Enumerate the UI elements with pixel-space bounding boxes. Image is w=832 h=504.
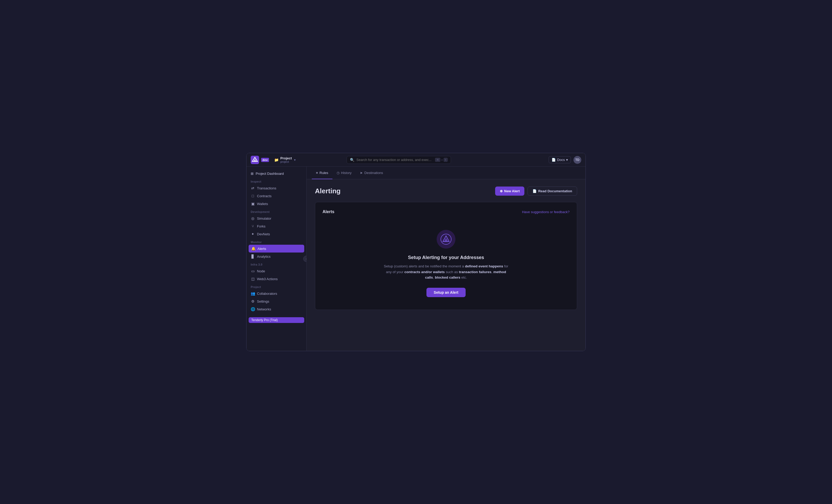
search-bar[interactable]: 🔍 ⌘ + k [346, 156, 451, 164]
project-name: Project [280, 156, 292, 160]
sidebar-item-analytics[interactable]: ▊ Analytics [246, 253, 306, 260]
search-kbd-hint: ⌘ + k [435, 158, 447, 162]
alerts-label: Alerts [258, 247, 266, 251]
settings-icon: ⚙ [251, 299, 255, 303]
search-input[interactable] [357, 158, 433, 162]
sidebar-section-inspect: Inspect [246, 177, 306, 184]
sidebar-item-project-dashboard[interactable]: ⊞ Project Dashboard [246, 170, 306, 177]
analytics-label: Analytics [257, 255, 270, 258]
folder-icon: 📁 [274, 158, 279, 162]
tabs-bar: ≡ Rules ◷ History ➤ Destinations [307, 167, 586, 179]
sidebar-item-wallets[interactable]: ▣ Wallets [246, 200, 306, 208]
chevron-down-icon: ▾ [294, 158, 295, 162]
search-icon: 🔍 [350, 158, 354, 162]
node-icon: ▭ [251, 269, 255, 273]
docs-label: Docs [557, 158, 565, 162]
highlight-defined-event: defined event happens [465, 264, 503, 268]
history-tab-icon: ◷ [337, 171, 339, 175]
kbd-cmd: ⌘ [435, 158, 440, 162]
transactions-icon: ⇄ [251, 186, 255, 190]
alerts-card-header: Alerts Have suggestions or feedback? [322, 209, 570, 214]
highlight-tx-failures: transaction failures [459, 270, 492, 274]
read-docs-button[interactable]: 📄 Read Documentation [527, 187, 577, 196]
tenderly-badge: dev [261, 158, 269, 162]
tab-destinations-label: Destinations [364, 171, 383, 175]
sidebar-item-simulator[interactable]: ◎ Simulator [246, 215, 306, 222]
highlight-contracts-wallets: contracts and/or wallets [405, 270, 445, 274]
new-alert-button[interactable]: ⊕ New Alert [495, 187, 524, 196]
page-content: Alerting ⊕ New Alert 📄 Read Documentatio… [307, 179, 586, 351]
sidebar-item-node[interactable]: ▭ Node [246, 267, 306, 275]
collaborators-icon: 👥 [251, 291, 255, 296]
sidebar-item-forks[interactable]: ⑂ Forks [246, 222, 306, 230]
project-sub: project [280, 160, 292, 163]
header-buttons: ⊕ New Alert 📄 Read Documentation [495, 187, 577, 196]
app-window: dev 📁 Project project ▾ 🔍 ⌘ + k 📄 Docs ▾ [246, 153, 586, 351]
sidebar-item-collaborators[interactable]: 👥 Collaborators [246, 289, 306, 298]
settings-label: Settings [257, 300, 269, 303]
sidebar-section-infra: Infra 3.0 [246, 260, 306, 267]
tab-rules[interactable]: ≡ Rules [312, 167, 333, 179]
page-title: Alerting [315, 187, 340, 195]
tab-rules-label: Rules [320, 171, 328, 175]
dashboard-icon: ⊞ [251, 172, 254, 175]
kbd-sep: + [441, 158, 443, 162]
project-info: Project project [280, 156, 292, 163]
sidebar-section-monitor: Monitor [246, 238, 306, 245]
wallets-label: Wallets [257, 202, 268, 206]
docs-button[interactable]: 📄 Docs ▾ [549, 156, 571, 163]
alerts-card-title: Alerts [322, 209, 334, 214]
empty-state: Setup Alerting for your Addresses Setup … [322, 225, 570, 302]
tenderly-logo-svg [441, 234, 451, 245]
main-area: ‹ ⊞ Project Dashboard Inspect ⇄ Transact… [246, 167, 586, 351]
docs-chevron: ▾ [566, 158, 568, 162]
transactions-label: Transactions [257, 186, 276, 190]
sidebar-item-web3actions[interactable]: ◫ Web3 Actions [246, 275, 306, 283]
sidebar-item-contracts[interactable]: □ Contracts [246, 192, 306, 200]
setup-alert-button[interactable]: Setup an Alert [426, 288, 466, 297]
sidebar-item-devnets[interactable]: ✦ DevNets [246, 230, 306, 238]
topbar: dev 📁 Project project ▾ 🔍 ⌘ + k 📄 Docs ▾ [246, 153, 586, 167]
sidebar-pro-trial-button[interactable]: Tenderly Pro (Trial) [249, 317, 304, 323]
sidebar-section-project: Project [246, 283, 306, 289]
page-header: Alerting ⊕ New Alert 📄 Read Documentatio… [315, 187, 577, 196]
forks-label: Forks [257, 224, 266, 228]
sidebar-section-development: Development [246, 208, 306, 215]
devnets-label: DevNets [257, 232, 270, 236]
sidebar-item-networks[interactable]: 🌐 Networks [246, 305, 306, 313]
devnets-icon: ✦ [251, 232, 255, 236]
project-selector[interactable]: 📁 Project project ▾ [272, 155, 297, 164]
sidebar: ‹ ⊞ Project Dashboard Inspect ⇄ Transact… [246, 167, 307, 351]
sidebar-item-alerts[interactable]: 🔔 Alerts [249, 245, 304, 253]
alerts-icon: 🔔 [251, 247, 255, 251]
forks-icon: ⑂ [251, 224, 255, 228]
tab-destinations[interactable]: ➤ Destinations [356, 167, 387, 179]
web3actions-label: Web3 Actions [257, 277, 278, 281]
simulator-label: Simulator [257, 217, 271, 220]
feedback-link[interactable]: Have suggestions or feedback? [522, 210, 570, 214]
networks-icon: 🌐 [251, 307, 255, 311]
topbar-right: 📄 Docs ▾ TD [549, 156, 581, 164]
node-label: Node [257, 269, 265, 273]
destinations-tab-icon: ➤ [360, 171, 363, 175]
highlight-blocked-callers: blocked callers [435, 276, 460, 279]
sidebar-item-transactions[interactable]: ⇄ Transactions [246, 184, 306, 192]
sidebar-item-settings[interactable]: ⚙ Settings [246, 298, 306, 305]
content-area: ≡ Rules ◷ History ➤ Destinations Alertin… [307, 167, 586, 351]
wallets-icon: ▣ [251, 202, 255, 206]
new-alert-icon: ⊕ [500, 189, 503, 193]
rules-tab-icon: ≡ [316, 171, 318, 175]
avatar[interactable]: TD [573, 156, 581, 164]
kbd-k: k [444, 158, 448, 162]
tab-history-label: History [341, 171, 352, 175]
empty-state-desc: Setup (custom) alerts and be notified th… [383, 263, 509, 280]
empty-state-title: Setup Alerting for your Addresses [408, 255, 484, 260]
simulator-icon: ◎ [251, 216, 255, 220]
logo-area: dev [251, 156, 269, 164]
read-docs-icon: 📄 [532, 189, 537, 193]
docs-icon: 📄 [551, 158, 556, 162]
alerts-card: Alerts Have suggestions or feedback? Set… [315, 202, 577, 310]
tab-history[interactable]: ◷ History [333, 167, 356, 179]
read-docs-label: Read Documentation [538, 189, 572, 193]
empty-state-logo [437, 230, 456, 249]
